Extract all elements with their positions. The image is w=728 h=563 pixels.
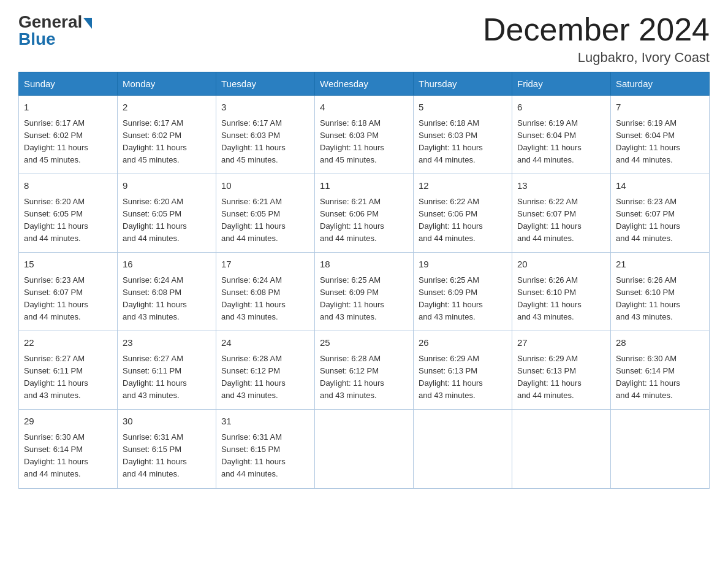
day-info: Sunrise: 6:25 AMSunset: 6:09 PMDaylight:… [320,274,408,324]
day-number: 9 [123,179,211,193]
day-number: 27 [517,336,605,350]
calendar-cell: 14 Sunrise: 6:23 AMSunset: 6:07 PMDaylig… [611,174,710,253]
logo-blue-text: Blue [18,29,56,49]
day-info: Sunrise: 6:17 AMSunset: 6:02 PMDaylight:… [24,117,112,167]
calendar-cell: 26 Sunrise: 6:29 AMSunset: 6:13 PMDaylig… [414,331,512,410]
day-info: Sunrise: 6:21 AMSunset: 6:05 PMDaylight:… [221,196,309,245]
calendar-cell: 29 Sunrise: 6:30 AMSunset: 6:14 PMDaylig… [19,410,118,488]
calendar-cell: 12 Sunrise: 6:22 AMSunset: 6:06 PMDaylig… [414,174,512,253]
day-number: 14 [616,179,704,193]
day-info: Sunrise: 6:23 AMSunset: 6:07 PMDaylight:… [616,196,704,245]
day-number: 10 [221,179,309,193]
calendar-cell: 16 Sunrise: 6:24 AMSunset: 6:08 PMDaylig… [118,253,216,331]
day-number: 11 [320,179,408,193]
day-info: Sunrise: 6:29 AMSunset: 6:13 PMDaylight:… [517,353,605,402]
calendar-cell: 5 Sunrise: 6:18 AMSunset: 6:03 PMDayligh… [414,96,512,174]
calendar-cell: 10 Sunrise: 6:21 AMSunset: 6:05 PMDaylig… [216,174,315,253]
calendar-cell: 7 Sunrise: 6:19 AMSunset: 6:04 PMDayligh… [611,96,710,174]
day-number: 22 [24,336,112,350]
weekday-header-tuesday: Tuesday [216,72,315,96]
calendar-week-row: 15 Sunrise: 6:23 AMSunset: 6:07 PMDaylig… [19,253,710,331]
calendar-cell [315,410,414,488]
day-info: Sunrise: 6:27 AMSunset: 6:11 PMDaylight:… [123,353,211,402]
day-number: 16 [123,258,211,272]
day-number: 12 [419,179,507,193]
day-number: 15 [24,258,112,272]
calendar-cell: 22 Sunrise: 6:27 AMSunset: 6:11 PMDaylig… [19,331,118,410]
day-number: 13 [517,179,605,193]
day-info: Sunrise: 6:28 AMSunset: 6:12 PMDaylight:… [221,353,309,402]
calendar-cell: 28 Sunrise: 6:30 AMSunset: 6:14 PMDaylig… [611,331,710,410]
day-number: 23 [123,336,211,350]
day-number: 17 [221,258,309,272]
calendar-cell: 4 Sunrise: 6:18 AMSunset: 6:03 PMDayligh… [315,96,414,174]
day-info: Sunrise: 6:26 AMSunset: 6:10 PMDaylight:… [517,274,605,324]
day-number: 7 [616,101,704,115]
day-number: 19 [419,258,507,272]
day-number: 20 [517,258,605,272]
day-info: Sunrise: 6:24 AMSunset: 6:08 PMDaylight:… [221,274,309,324]
day-number: 18 [320,258,408,272]
day-info: Sunrise: 6:19 AMSunset: 6:04 PMDaylight:… [616,117,704,167]
location-text: Lugbakro, Ivory Coast [483,50,710,66]
day-info: Sunrise: 6:22 AMSunset: 6:06 PMDaylight:… [419,196,507,245]
calendar-cell: 27 Sunrise: 6:29 AMSunset: 6:13 PMDaylig… [512,331,611,410]
calendar-cell: 9 Sunrise: 6:20 AMSunset: 6:05 PMDayligh… [118,174,216,253]
calendar-cell: 31 Sunrise: 6:31 AMSunset: 6:15 PMDaylig… [216,410,315,488]
weekday-header-saturday: Saturday [611,72,710,96]
day-number: 6 [517,101,605,115]
calendar-week-row: 8 Sunrise: 6:20 AMSunset: 6:05 PMDayligh… [19,174,710,253]
logo: General Blue [18,12,92,49]
day-number: 28 [616,336,704,350]
calendar-cell: 8 Sunrise: 6:20 AMSunset: 6:05 PMDayligh… [19,174,118,253]
calendar-cell: 13 Sunrise: 6:22 AMSunset: 6:07 PMDaylig… [512,174,611,253]
day-info: Sunrise: 6:24 AMSunset: 6:08 PMDaylight:… [123,274,211,324]
day-number: 25 [320,336,408,350]
day-number: 3 [221,101,309,115]
weekday-header-wednesday: Wednesday [315,72,414,96]
calendar-cell: 25 Sunrise: 6:28 AMSunset: 6:12 PMDaylig… [315,331,414,410]
day-info: Sunrise: 6:27 AMSunset: 6:11 PMDaylight:… [24,353,112,402]
day-number: 30 [123,415,211,429]
day-info: Sunrise: 6:28 AMSunset: 6:12 PMDaylight:… [320,353,408,402]
day-number: 21 [616,258,704,272]
calendar-cell: 18 Sunrise: 6:25 AMSunset: 6:09 PMDaylig… [315,253,414,331]
calendar-cell: 17 Sunrise: 6:24 AMSunset: 6:08 PMDaylig… [216,253,315,331]
calendar-cell: 6 Sunrise: 6:19 AMSunset: 6:04 PMDayligh… [512,96,611,174]
day-number: 24 [221,336,309,350]
day-info: Sunrise: 6:26 AMSunset: 6:10 PMDaylight:… [616,274,704,324]
logo-arrow-icon [83,18,92,29]
day-info: Sunrise: 6:31 AMSunset: 6:15 PMDaylight:… [221,431,309,481]
day-info: Sunrise: 6:30 AMSunset: 6:14 PMDaylight:… [616,353,704,402]
day-info: Sunrise: 6:18 AMSunset: 6:03 PMDaylight:… [320,117,408,167]
page-header: General Blue December 2024 Lugbakro, Ivo… [18,12,710,66]
calendar-week-row: 22 Sunrise: 6:27 AMSunset: 6:11 PMDaylig… [19,331,710,410]
calendar-cell: 19 Sunrise: 6:25 AMSunset: 6:09 PMDaylig… [414,253,512,331]
calendar-cell: 11 Sunrise: 6:21 AMSunset: 6:06 PMDaylig… [315,174,414,253]
day-info: Sunrise: 6:21 AMSunset: 6:06 PMDaylight:… [320,196,408,245]
weekday-header-monday: Monday [118,72,216,96]
day-info: Sunrise: 6:20 AMSunset: 6:05 PMDaylight:… [123,196,211,245]
weekday-header-friday: Friday [512,72,611,96]
calendar-cell: 1 Sunrise: 6:17 AMSunset: 6:02 PMDayligh… [19,96,118,174]
day-number: 5 [419,101,507,115]
calendar-week-row: 1 Sunrise: 6:17 AMSunset: 6:02 PMDayligh… [19,96,710,174]
day-info: Sunrise: 6:20 AMSunset: 6:05 PMDaylight:… [24,196,112,245]
day-info: Sunrise: 6:17 AMSunset: 6:02 PMDaylight:… [123,117,211,167]
day-number: 2 [123,101,211,115]
calendar-cell: 24 Sunrise: 6:28 AMSunset: 6:12 PMDaylig… [216,331,315,410]
day-info: Sunrise: 6:22 AMSunset: 6:07 PMDaylight:… [517,196,605,245]
weekday-header-row: SundayMondayTuesdayWednesdayThursdayFrid… [19,72,710,96]
title-block: December 2024 Lugbakro, Ivory Coast [483,12,710,66]
calendar-cell: 2 Sunrise: 6:17 AMSunset: 6:02 PMDayligh… [118,96,216,174]
month-title: December 2024 [483,12,710,47]
calendar-week-row: 29 Sunrise: 6:30 AMSunset: 6:14 PMDaylig… [19,410,710,488]
calendar-cell [512,410,611,488]
day-number: 8 [24,179,112,193]
day-number: 26 [419,336,507,350]
calendar-cell: 3 Sunrise: 6:17 AMSunset: 6:03 PMDayligh… [216,96,315,174]
calendar-cell: 30 Sunrise: 6:31 AMSunset: 6:15 PMDaylig… [118,410,216,488]
weekday-header-thursday: Thursday [414,72,512,96]
day-info: Sunrise: 6:30 AMSunset: 6:14 PMDaylight:… [24,431,112,481]
day-info: Sunrise: 6:17 AMSunset: 6:03 PMDaylight:… [221,117,309,167]
